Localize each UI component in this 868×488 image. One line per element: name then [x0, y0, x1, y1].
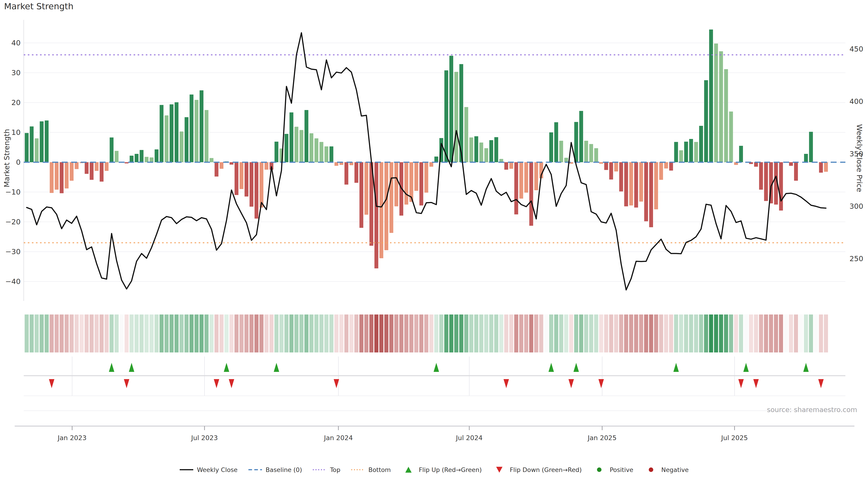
heatmap-cell [279, 315, 283, 352]
heatmap-cell [624, 315, 628, 352]
x-axis-tick-label: Jan 2025 [587, 434, 617, 442]
heatmap-cell [199, 315, 204, 352]
strength-bar [789, 162, 793, 166]
strength-bar [90, 162, 94, 180]
strength-bar [265, 162, 268, 170]
heatmap-cell [189, 315, 193, 352]
heatmap-cell [399, 315, 403, 352]
heatmap-cell [659, 315, 663, 352]
strength-bar [375, 162, 378, 268]
right-axis-tick: 250 [849, 254, 863, 263]
legend-label: Negative [661, 466, 689, 473]
strength-bar [135, 154, 138, 162]
legend-item-7: Negative [644, 466, 689, 474]
heatmap-cell [764, 315, 768, 352]
strength-bar [85, 162, 89, 174]
strength-bar [195, 100, 198, 162]
heatmap-cell [50, 315, 54, 352]
heatmap-cell [749, 315, 753, 352]
left-axis-tick: 20 [11, 98, 21, 107]
heatmap-cell [489, 315, 493, 352]
strength-bar [804, 154, 808, 162]
heatmap-cell [504, 315, 508, 352]
heatmap-cell [769, 315, 773, 352]
heatmap-cell [384, 315, 388, 352]
strength-bar [624, 162, 628, 206]
heatmap-cell [564, 315, 568, 352]
legend-item-2: Top [312, 466, 340, 474]
heatmap-cell [254, 315, 258, 352]
strength-bar [684, 142, 688, 162]
strength-bar [319, 142, 323, 162]
heatmap-cell [584, 315, 588, 352]
strength-bar [309, 133, 313, 162]
heatmap-cell [94, 315, 98, 352]
strength-bar [819, 162, 823, 173]
heatmap-cell [270, 315, 274, 352]
heatmap-cell [334, 315, 338, 352]
strength-bar [759, 162, 763, 190]
heatmap-cell [244, 315, 248, 352]
heatmap-cell [759, 315, 763, 352]
heatmap-cell [65, 315, 69, 352]
strength-bar [25, 133, 29, 162]
strength-bar [485, 148, 488, 162]
flip-down-marker [568, 379, 574, 388]
strength-bar [419, 162, 423, 205]
heatmap-cell [305, 315, 309, 352]
strength-bar [65, 162, 68, 188]
strength-bar [75, 162, 79, 169]
heatmap-cell [314, 315, 318, 352]
legend-swatch-triangle-down-icon [492, 466, 506, 474]
strength-bar [549, 132, 553, 162]
strength-bar [250, 162, 253, 207]
strength-bar [444, 70, 448, 162]
heatmap-cell [239, 315, 243, 352]
heatmap-cell [614, 315, 618, 352]
heatmap-cell [289, 315, 293, 352]
heatmap-cell [424, 315, 428, 352]
heatmap-cell [444, 315, 448, 352]
heatmap-cell [594, 315, 598, 352]
heatmap-cell [235, 315, 239, 352]
flip-down-marker [504, 379, 509, 388]
strength-bar [294, 127, 298, 162]
heatmap-cell [579, 315, 583, 352]
heatmap-cell [250, 315, 254, 352]
strength-bar [125, 162, 129, 163]
strength-bar [664, 162, 668, 168]
heatmap-cell [319, 315, 323, 352]
strength-bar [314, 138, 318, 162]
legend-swatch-line-icon [179, 466, 194, 474]
flip-down-marker [214, 379, 219, 388]
strength-bar [504, 162, 508, 170]
heatmap-cell [155, 315, 159, 352]
legend-swatch-dashed-icon [248, 466, 262, 474]
heatmap-cell [125, 315, 129, 352]
strength-bar [240, 162, 243, 189]
strength-bar [559, 141, 563, 162]
strength-bar [494, 137, 498, 162]
strength-bar [60, 162, 64, 193]
legend-item-4: Flip Up (Red→Green) [401, 466, 482, 474]
strength-bar [254, 162, 258, 219]
strength-bar [764, 162, 768, 201]
strength-bar [589, 144, 593, 162]
heatmap-cell [774, 315, 778, 352]
strength-bar [190, 94, 193, 162]
legend-swatch-triangle-up-icon [401, 466, 416, 474]
strength-bar [454, 72, 458, 162]
heatmap-cell [115, 315, 119, 352]
strength-bar [575, 122, 578, 162]
heatmap-cell [74, 315, 79, 352]
strength-bar [379, 162, 383, 258]
strength-bar [679, 150, 683, 162]
strength-bar [634, 162, 638, 207]
strength-bar [330, 147, 333, 162]
strength-bar [469, 137, 473, 162]
heatmap-cell [669, 315, 673, 352]
heatmap-cell [100, 315, 104, 352]
legend-item-3: Bottom [351, 466, 391, 474]
strength-bar [534, 162, 538, 190]
left-axis-tick: 10 [11, 128, 21, 137]
